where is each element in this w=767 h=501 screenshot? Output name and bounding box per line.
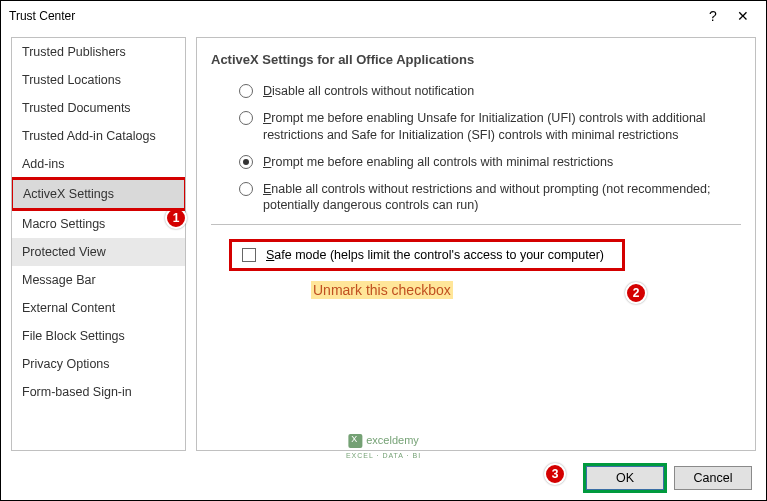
sidebar-item-add-ins[interactable]: Add-ins — [12, 150, 185, 178]
radio-disable-all[interactable]: Disable all controls without notificatio… — [239, 83, 741, 100]
radio-prompt-all[interactable]: Prompt me before enabling all controls w… — [239, 154, 741, 171]
sidebar-item-trusted-publishers[interactable]: Trusted Publishers — [12, 38, 185, 66]
radio-label: Prompt me before enabling all controls w… — [263, 154, 741, 171]
help-icon[interactable]: ? — [698, 8, 728, 24]
safemode-label: Safe mode (helps limit the control's acc… — [266, 248, 604, 262]
radio-label: Prompt me before enabling Unsafe for Ini… — [263, 110, 741, 144]
callout-3: 3 — [544, 463, 566, 485]
sidebar-item-trusted-locations[interactable]: Trusted Locations — [12, 66, 185, 94]
radio-enable-all[interactable]: Enable all controls without restrictions… — [239, 181, 741, 215]
footer: OK Cancel — [586, 466, 752, 490]
sidebar-item-file-block-settings[interactable]: File Block Settings — [12, 322, 185, 350]
watermark-icon — [348, 434, 362, 448]
titlebar: Trust Center ? ✕ — [1, 1, 766, 31]
divider — [211, 224, 741, 225]
watermark-sub: EXCEL · DATA · BI — [346, 452, 421, 459]
sidebar-item-macro-settings[interactable]: Macro Settings — [12, 210, 185, 238]
safemode-row: Safe mode (helps limit the control's acc… — [229, 239, 625, 271]
trust-center-dialog: Trust Center ? ✕ Trusted Publishers Trus… — [0, 0, 767, 501]
close-icon[interactable]: ✕ — [728, 8, 758, 24]
sidebar-item-activex-settings[interactable]: ActiveX Settings — [11, 177, 186, 211]
safemode-checkbox[interactable] — [242, 248, 256, 262]
radio-icon[interactable] — [239, 155, 253, 169]
watermark: exceldemy EXCEL · DATA · BI — [346, 434, 421, 460]
radio-prompt-ufi[interactable]: Prompt me before enabling Unsafe for Ini… — [239, 110, 741, 144]
radio-icon[interactable] — [239, 84, 253, 98]
sidebar-item-form-based-signin[interactable]: Form-based Sign-in — [12, 378, 185, 406]
window-title: Trust Center — [9, 9, 698, 23]
radio-label: Enable all controls without restrictions… — [263, 181, 741, 215]
radio-label: Disable all controls without notificatio… — [263, 83, 741, 100]
sidebar-item-trusted-addin-catalogs[interactable]: Trusted Add-in Catalogs — [12, 122, 185, 150]
sidebar-item-external-content[interactable]: External Content — [12, 294, 185, 322]
sidebar-item-protected-view[interactable]: Protected View — [12, 238, 185, 266]
section-title: ActiveX Settings for all Office Applicat… — [211, 52, 741, 67]
dialog-body: Trusted Publishers Trusted Locations Tru… — [1, 31, 766, 451]
sidebar-item-trusted-documents[interactable]: Trusted Documents — [12, 94, 185, 122]
radio-icon[interactable] — [239, 111, 253, 125]
sidebar-item-message-bar[interactable]: Message Bar — [12, 266, 185, 294]
sidebar: Trusted Publishers Trusted Locations Tru… — [11, 37, 186, 451]
ok-button[interactable]: OK — [586, 466, 664, 490]
sidebar-item-privacy-options[interactable]: Privacy Options — [12, 350, 185, 378]
cancel-button[interactable]: Cancel — [674, 466, 752, 490]
radio-icon[interactable] — [239, 182, 253, 196]
annotation-text: Unmark this checkbox — [311, 281, 453, 299]
content-panel: ActiveX Settings for all Office Applicat… — [196, 37, 756, 451]
watermark-brand: exceldemy — [366, 434, 419, 446]
callout-2: 2 — [625, 282, 647, 304]
activex-radio-group: Disable all controls without notificatio… — [211, 83, 741, 214]
